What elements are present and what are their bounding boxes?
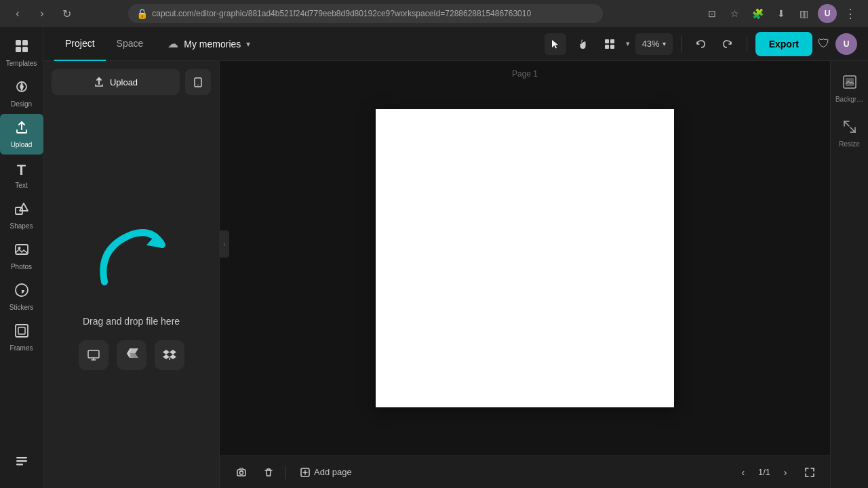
icon-rail: Templates Design Upload T T [0, 27, 43, 488]
panel-collapse-handle[interactable]: ‹ [220, 230, 229, 258]
next-page-button[interactable]: › [776, 463, 795, 482]
source-icons-row [79, 340, 184, 370]
sidebar-item-stickers[interactable]: Stickers [0, 277, 43, 317]
sidebar-item-templates[interactable]: Templates [0, 33, 43, 73]
bottom-divider [285, 466, 285, 479]
more-icon [14, 453, 29, 472]
delete-button[interactable] [258, 462, 279, 483]
toolbar-separator-2 [747, 36, 747, 52]
sidebar-item-more[interactable] [0, 442, 43, 483]
menu-button[interactable]: ⋮ [841, 4, 860, 23]
sidebar-item-text[interactable]: T Text [0, 155, 43, 195]
redo-button[interactable] [717, 33, 738, 55]
upload-label: Upload [11, 141, 33, 148]
tab-space[interactable]: Space [106, 27, 155, 61]
page-navigation: ‹ 1/1 › [734, 463, 819, 482]
left-panel: Upload Drag and drop f [43, 61, 220, 488]
canvas-area: Page 1 [220, 61, 830, 488]
background-icon [842, 75, 857, 93]
computer-source-button[interactable] [79, 340, 108, 370]
svg-rect-11 [16, 460, 27, 462]
svg-rect-19 [88, 350, 99, 358]
browser-chrome: ‹ › ↻ 🔒 capcut.com/editor-graphic/881ad4… [0, 0, 868, 27]
sidebar-item-design[interactable]: Design [0, 73, 43, 114]
templates-label: Templates [6, 60, 37, 67]
browser-actions: ⊡ ☆ 🧩 ⬇ ▥ U ⋮ [703, 4, 860, 23]
back-button[interactable]: ‹ [8, 4, 27, 23]
forward-button[interactable]: › [33, 4, 52, 23]
google-drive-source-button[interactable] [117, 340, 146, 370]
device-button[interactable] [185, 69, 211, 95]
svg-rect-13 [605, 39, 609, 43]
svg-point-18 [197, 85, 199, 86]
svg-rect-3 [22, 47, 28, 52]
stickers-label: Stickers [9, 304, 34, 311]
sidebar-item-photos[interactable]: Photos [0, 236, 43, 277]
sidebar-item-shapes[interactable]: Shapes [0, 195, 43, 236]
resize-icon [842, 119, 857, 138]
svg-rect-24 [846, 78, 854, 86]
sidebar-button[interactable]: ▥ [795, 4, 814, 23]
canvas-viewport[interactable] [220, 61, 830, 455]
select-tool-button[interactable] [545, 33, 566, 55]
download-button[interactable]: ⬇ [772, 4, 791, 23]
layout-dropdown-arrow[interactable]: ▾ [626, 39, 630, 48]
canvas-page [376, 109, 674, 407]
svg-rect-14 [610, 39, 614, 43]
cast-button[interactable]: ⊡ [703, 4, 722, 23]
resize-panel-item[interactable]: Resize [831, 114, 868, 153]
bookmark-button[interactable]: ☆ [726, 4, 745, 23]
url-text: capcut.com/editor-graphic/881ad4b521f24d… [152, 9, 531, 18]
upload-button[interactable]: Upload [52, 69, 180, 95]
sidebar-item-frames[interactable]: Frames [0, 317, 43, 358]
add-page-label: Add page [314, 467, 352, 477]
add-page-button[interactable]: Add page [291, 462, 361, 483]
profile-avatar[interactable]: U [818, 4, 837, 23]
dropbox-source-button[interactable] [155, 340, 184, 370]
project-name: My memories [184, 39, 241, 49]
canvas-bottom-bar: Add page ‹ 1/1 › [220, 455, 830, 488]
shapes-label: Shapes [10, 222, 33, 230]
capture-button[interactable] [231, 462, 252, 483]
shapes-icon [14, 201, 29, 220]
sidebar-item-upload[interactable]: Upload [0, 114, 43, 155]
user-avatar[interactable]: U [835, 33, 857, 55]
project-dropdown-arrow[interactable]: ▾ [246, 39, 250, 49]
frames-label: Frames [10, 344, 33, 352]
design-label: Design [11, 100, 32, 108]
frames-icon [14, 323, 29, 342]
drag-drop-text: Drag and drop file here [83, 316, 180, 327]
project-name-area: ☁ My memories ▾ [167, 37, 250, 50]
cloud-icon: ☁ [167, 37, 178, 50]
zoom-level: 43% [642, 39, 660, 49]
drag-arrow-icon [91, 221, 172, 302]
drop-zone: Drag and drop file here [43, 103, 219, 488]
zoom-dropdown-icon: ▾ [663, 40, 666, 47]
zoom-control[interactable]: 43% ▾ [635, 33, 673, 55]
address-bar[interactable]: 🔒 capcut.com/editor-graphic/881ad4b521f2… [128, 4, 603, 23]
prev-page-button[interactable]: ‹ [734, 463, 753, 482]
shield-icon[interactable]: 🛡 [818, 37, 830, 51]
right-panel: Backgr… Resize [830, 61, 868, 488]
export-button[interactable]: Export [755, 32, 812, 56]
header-toolbar: ▾ 43% ▾ [545, 32, 857, 56]
layout-tool-button[interactable] [599, 33, 620, 55]
text-label: Text [15, 182, 27, 189]
page-label: Page 1 [512, 69, 538, 79]
text-icon: T [17, 161, 26, 179]
hand-tool-button[interactable] [572, 33, 593, 55]
background-label: Backgr… [835, 96, 863, 103]
tab-project[interactable]: Project [54, 27, 106, 61]
refresh-button[interactable]: ↻ [57, 4, 76, 23]
extension-button[interactable]: 🧩 [749, 4, 768, 23]
svg-rect-0 [16, 40, 21, 45]
svg-rect-12 [16, 464, 23, 466]
fit-button[interactable] [800, 463, 819, 482]
svg-rect-9 [18, 327, 25, 334]
undo-button[interactable] [690, 33, 711, 55]
svg-point-21 [240, 471, 243, 474]
background-panel-item[interactable]: Backgr… [831, 69, 868, 108]
svg-rect-2 [16, 47, 21, 52]
upload-icon [14, 120, 29, 138]
app-header: Project Space ☁ My memories ▾ [43, 27, 868, 61]
